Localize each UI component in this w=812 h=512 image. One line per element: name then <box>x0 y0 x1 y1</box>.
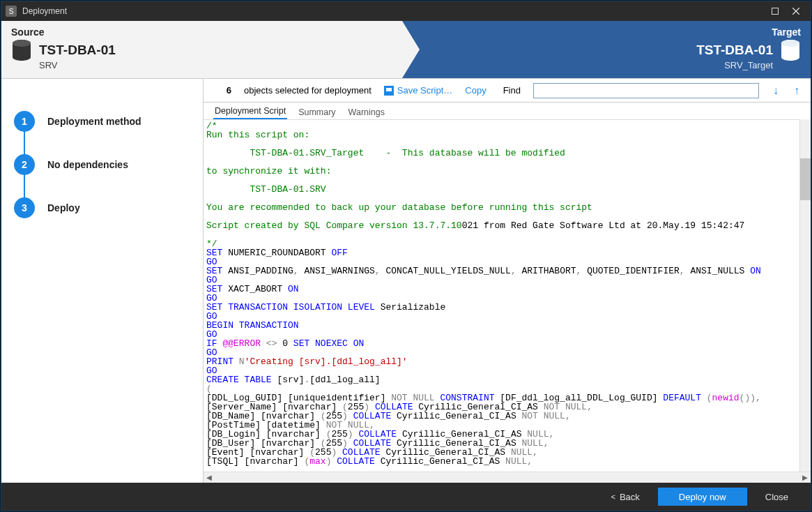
titlebar: S Deployment <box>1 1 811 21</box>
find-prev-icon[interactable]: ↑ <box>792 84 801 97</box>
wizard-steps: 1Deployment method2No dependencies3Deplo… <box>1 79 204 483</box>
tab-bar: Deployment Script Summary Warnings <box>204 103 811 119</box>
find-input[interactable] <box>533 83 759 98</box>
wizard-step-1[interactable]: 1Deployment method <box>14 100 190 143</box>
find-next-icon[interactable]: ↓ <box>772 84 780 97</box>
close-button[interactable]: Close <box>753 488 801 506</box>
window-title: Deployment <box>22 6 67 16</box>
target-server: TST-DBA-01 <box>696 43 773 58</box>
selected-count-label: objects selected for deployment <box>244 85 371 96</box>
script-editor[interactable]: /* Run this script on: TST-DBA-01.SRV_Ta… <box>204 119 799 472</box>
source-panel: Source TST-DBA-01 SRV <box>1 21 420 78</box>
source-server: TST-DBA-01 <box>39 43 116 58</box>
svg-point-6 <box>781 40 799 47</box>
maximize-icon[interactable] <box>765 1 786 21</box>
main-area: 1Deployment method2No dependencies3Deplo… <box>1 78 811 483</box>
footer-bar: Back Deploy now Close <box>1 483 811 511</box>
toolbar: 6 objects selected for deployment Save S… <box>204 79 811 103</box>
vertical-scrollbar[interactable] <box>799 119 811 472</box>
step-number-badge: 3 <box>14 197 35 218</box>
find-label: Find <box>503 85 521 96</box>
scroll-left-icon[interactable]: ◄ <box>204 472 215 483</box>
step-number-badge: 1 <box>14 111 35 132</box>
deploy-now-button[interactable]: Deploy now <box>658 488 747 506</box>
scroll-right-icon[interactable]: ► <box>799 472 811 483</box>
step-label: Deployment method <box>47 116 141 127</box>
step-label: No dependencies <box>47 159 128 170</box>
tab-summary[interactable]: Summary <box>297 105 337 119</box>
database-icon <box>780 39 801 61</box>
source-label: Source <box>11 27 410 38</box>
app-icon: S <box>6 6 17 17</box>
save-script-button[interactable]: Save Script… <box>384 85 452 96</box>
step-number-badge: 2 <box>14 154 35 175</box>
database-icon <box>11 39 32 61</box>
save-icon <box>384 86 394 96</box>
copy-button[interactable]: Copy <box>465 85 486 96</box>
content-area: 6 objects selected for deployment Save S… <box>204 79 811 483</box>
close-icon[interactable] <box>786 1 806 21</box>
deployment-window: S Deployment Source TST-DBA-01 SRV <box>1 1 811 511</box>
tab-warnings[interactable]: Warnings <box>347 105 386 119</box>
header-band: Source TST-DBA-01 SRV Target TST-DBA-01 … <box>1 21 811 78</box>
step-label: Deploy <box>47 202 80 213</box>
horizontal-scrollbar[interactable]: ◄ ► <box>204 472 811 483</box>
target-label: Target <box>429 27 801 38</box>
back-button[interactable]: Back <box>598 488 652 506</box>
target-panel: Target TST-DBA-01 SRV_Target <box>420 21 811 78</box>
svg-rect-0 <box>772 8 779 15</box>
wizard-step-3[interactable]: 3Deploy <box>14 186 190 229</box>
svg-point-4 <box>13 40 31 47</box>
selected-count: 6 <box>217 85 231 96</box>
source-db: SRV <box>39 60 410 70</box>
target-db: SRV_Target <box>429 60 773 70</box>
tab-deployment-script[interactable]: Deployment Script <box>213 104 287 119</box>
wizard-step-2[interactable]: 2No dependencies <box>14 143 190 186</box>
